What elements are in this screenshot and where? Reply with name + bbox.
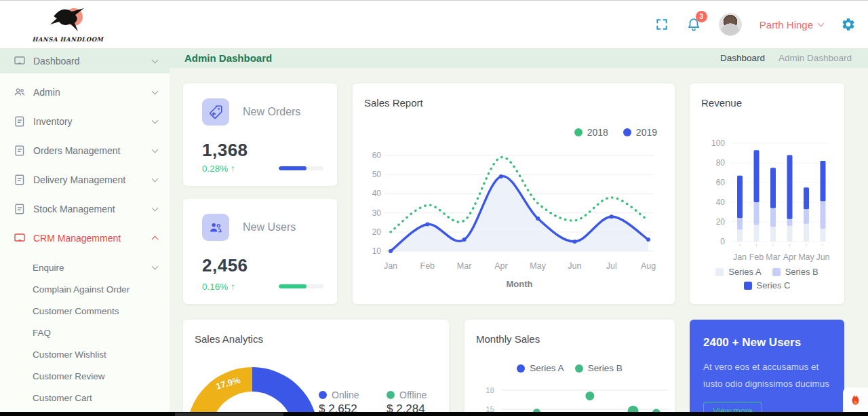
chevron-up-icon: [152, 236, 159, 243]
users-icon: [14, 86, 26, 98]
svg-text:Jan: Jan: [733, 252, 747, 262]
legend-item-series-a[interactable]: Series A: [715, 267, 761, 277]
progress-bar: [279, 166, 323, 170]
svg-text:40: 40: [372, 189, 382, 198]
chevron-down-icon: [152, 146, 159, 153]
legend-item-offline: Offline: [387, 390, 427, 400]
svg-text:Jun: Jun: [816, 252, 829, 262]
submenu-item-customer-cart[interactable]: Customer Cart: [0, 387, 170, 409]
sidebar-item-crm-management[interactable]: CRM Managemment: [0, 223, 170, 252]
topbar-actions: 3 Parth Hinge: [655, 1, 856, 48]
submenu-item-complain-against-order[interactable]: Complain Against Order: [0, 278, 170, 300]
arrow-up-icon: ↑: [231, 282, 235, 292]
breadcrumb: Dashboard Admin Dashboard: [720, 53, 852, 63]
sales-analytics-donut-chart: [186, 367, 318, 416]
fullscreen-icon[interactable]: [655, 18, 669, 31]
x-axis-label: Month: [391, 279, 648, 289]
document-icon: [14, 203, 26, 215]
sidebar-item-delivery-management[interactable]: Delivery Management: [0, 165, 170, 194]
svg-text:Aug: Aug: [641, 261, 656, 271]
sidebar-item-orders-management[interactable]: Orders Management: [0, 136, 170, 165]
svg-text:0: 0: [720, 237, 725, 246]
submenu-item-label: Enquire: [33, 263, 64, 273]
chevron-down-icon: [152, 117, 159, 124]
settings-gear-icon[interactable]: [841, 17, 856, 32]
chevron-down-icon: [152, 263, 159, 270]
new-users-card: New Users 2,456 0.16% ↑: [183, 199, 337, 304]
arrow-up-icon: ↑: [231, 164, 235, 174]
chart-title: Sales Analytics: [195, 333, 263, 345]
svg-text:50: 50: [372, 170, 382, 179]
svg-text:18: 18: [486, 386, 494, 394]
document-icon: [14, 145, 26, 157]
topbar: HANSA HANDLOOM 3 Parth Hinge: [0, 1, 868, 48]
new-orders-card: New Orders 1,368 0.28% ↑: [183, 83, 337, 186]
svg-text:Jan: Jan: [384, 261, 397, 271]
brand-logo[interactable]: HANSA HANDLOOM: [27, 3, 108, 43]
page-title: Admin Dashboard: [184, 52, 272, 64]
chevron-down-icon: [152, 204, 159, 211]
users-icon: [202, 214, 229, 241]
submenu-item-label: Customer Cart: [33, 393, 92, 403]
svg-text:80: 80: [716, 158, 726, 168]
user-menu[interactable]: Parth Hinge: [760, 19, 823, 31]
sales-analytics-card: Sales Analytics 17.9% Online Offline $ 2…: [183, 320, 449, 416]
submenu-item-customer-review[interactable]: Customer Review: [0, 365, 170, 387]
sidebar-item-label: CRM Managemment: [33, 233, 121, 244]
stat-change: 0.16% ↑: [202, 282, 235, 292]
sidebar-item-label: Stock Management: [33, 204, 115, 214]
breadcrumb-bar: Admin Dashboard Dashboard Admin Dashboar…: [170, 48, 868, 68]
user-name-label: Parth Hinge: [760, 19, 813, 31]
document-icon: [14, 115, 26, 128]
revenue-card: Revenue 020406080100JanFebMarAprMayJun S…: [690, 83, 844, 304]
svg-text:10: 10: [372, 246, 382, 256]
progress-bar: [279, 284, 323, 288]
user-avatar[interactable]: [719, 13, 742, 36]
sidebar-item-dashboard[interactable]: Dashboard: [0, 48, 170, 73]
notifications-bell-icon[interactable]: 3: [686, 17, 701, 32]
svg-text:May: May: [798, 252, 814, 262]
bottom-bar: [0, 412, 868, 416]
svg-text:Mar: Mar: [766, 252, 781, 262]
legend-item-series-b[interactable]: Series B: [772, 267, 818, 277]
sidebar-item-label: Inventory: [33, 116, 73, 127]
stat-title: New Orders: [243, 106, 300, 118]
promo-body: At vero eos et accusamus et iusto odio d…: [703, 359, 831, 393]
submenu-item-customer-wishlist[interactable]: Customer Wishlist: [0, 343, 170, 365]
breadcrumb-link-dashboard[interactable]: Dashboard: [720, 53, 765, 63]
debug-toolbar-toggle[interactable]: [843, 387, 868, 413]
svg-text:Apr: Apr: [494, 261, 507, 271]
submenu-item-faq[interactable]: FAQ: [0, 322, 170, 343]
bottom-bar-thumb: [175, 413, 283, 416]
submenu-item-label: Customer Comments: [33, 306, 119, 316]
submenu-item-customer-comments[interactable]: Customer Comments: [0, 300, 170, 322]
document-icon: [14, 174, 26, 186]
monitor-icon: [14, 55, 26, 67]
revenue-legend: Series A Series B Series C: [690, 267, 844, 290]
submenu-item-label: Customer Wishlist: [33, 349, 106, 360]
svg-text:30: 30: [372, 208, 382, 218]
svg-text:20: 20: [372, 227, 382, 237]
hummingbird-logo-icon: [42, 3, 94, 35]
stat-title: New Users: [243, 221, 296, 233]
stat-change: 0.28% ↑: [202, 164, 235, 174]
chevron-down-icon: [152, 88, 159, 94]
submenu-item-enquire[interactable]: Enquire: [0, 257, 170, 278]
promo-title: 2400 + New Users: [703, 336, 831, 349]
legend-item-series-c[interactable]: Series C: [744, 280, 791, 290]
chevron-down-icon: [152, 175, 159, 182]
sales-report-card: Sales Report 2018 2019 102030405060JanFe…: [353, 83, 675, 304]
monthly-sales-scatter-chart: 1815: [465, 320, 675, 416]
sidebar-item-label: Orders Management: [33, 145, 120, 156]
chevron-down-icon: [818, 20, 825, 27]
submenu-item-label: Customer Review: [33, 371, 105, 381]
svg-text:Feb: Feb: [749, 252, 764, 262]
crm-submenu: Enquire Complain Against Order Customer …: [0, 257, 170, 409]
sidebar-item-admin[interactable]: Admin: [0, 77, 170, 107]
sidebar-item-stock-management[interactable]: Stock Management: [0, 194, 170, 223]
svg-text:Jun: Jun: [568, 261, 581, 271]
chevron-down-icon: [152, 56, 159, 63]
svg-text:20: 20: [716, 217, 726, 227]
sidebar-item-inventory[interactable]: Inventory: [0, 107, 170, 136]
svg-text:May: May: [530, 261, 546, 271]
